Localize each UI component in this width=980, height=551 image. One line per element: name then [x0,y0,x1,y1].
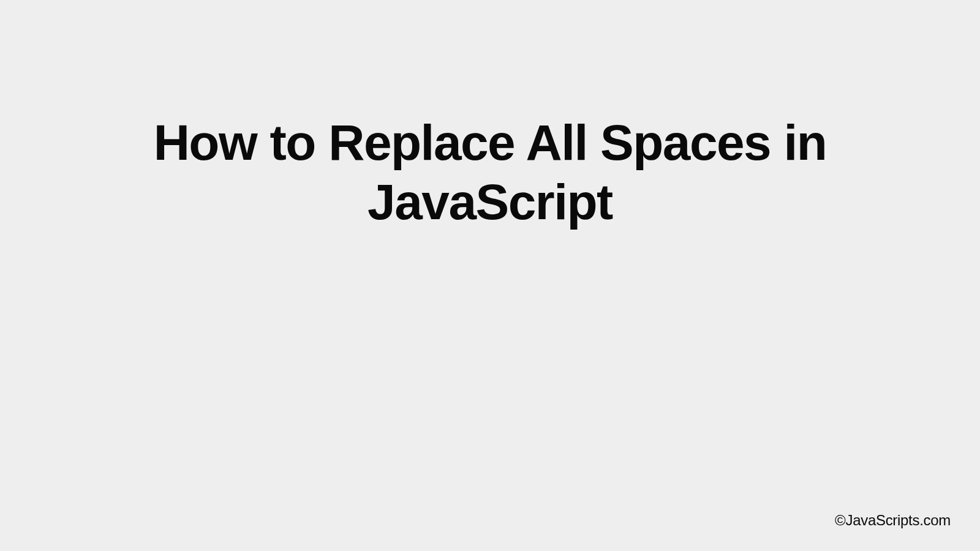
page-title: How to Replace All Spaces in JavaScript [61,113,919,232]
footer-copyright: ©JavaScripts.com [835,512,951,529]
title-container: How to Replace All Spaces in JavaScript [0,113,980,232]
